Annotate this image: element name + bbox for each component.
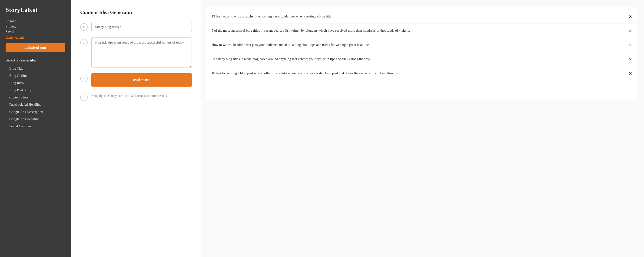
description-textarea[interactable] bbox=[91, 38, 192, 68]
inspire-button[interactable]: Inspire me! bbox=[91, 73, 192, 87]
result-text: 12 best ways to write a catchy title: wr… bbox=[212, 14, 626, 19]
sidebar-item-social-captions[interactable]: Social Captions bbox=[0, 123, 71, 130]
result-close-button[interactable]: ✕ bbox=[629, 43, 632, 48]
step-2-circle: 2. bbox=[80, 39, 88, 46]
sidebar-nav-saved[interactable]: Saved bbox=[6, 30, 65, 34]
result-close-button[interactable]: ✕ bbox=[629, 57, 632, 62]
step-3-circle: 3. bbox=[80, 75, 88, 82]
result-item: 23 catchy blog titles: a niche blog base… bbox=[206, 52, 637, 66]
sidebar-nav-top: LogoutPricingSavedManage plan bbox=[0, 19, 71, 42]
sidebar-item-blog-outline[interactable]: Blog Outline bbox=[0, 72, 71, 79]
sidebar-nav-logout[interactable]: Logout bbox=[6, 19, 65, 23]
app-logo: StoryLab.ai bbox=[0, 0, 71, 19]
sidebar: StoryLab.ai LogoutPricingSavedManage pla… bbox=[0, 0, 71, 257]
page-title: Content Idea Generator bbox=[80, 9, 192, 15]
step-4-circle: 4. bbox=[80, 94, 88, 101]
result-text: 5 of the most successful blog titles in … bbox=[212, 28, 626, 33]
sidebar-item-facebook-ad-headline[interactable]: Facebook Ad Headline bbox=[0, 101, 71, 108]
step-2-row: 2. bbox=[80, 38, 192, 68]
wait-message: Hang tight! AI may take up to 30 seconds… bbox=[91, 94, 168, 98]
result-item: How to write a headline that gets your a… bbox=[206, 38, 637, 52]
select-generator-label: Select a Generator bbox=[0, 56, 71, 65]
result-item: 10 tips for writing a blog post with a k… bbox=[206, 66, 637, 80]
result-text: How to write a headline that gets your a… bbox=[212, 42, 626, 48]
main-content: Content Idea Generator 1. 2. 3. Inspire … bbox=[71, 0, 644, 257]
result-text: 23 catchy blog titles: a niche blog base… bbox=[212, 56, 626, 62]
sidebar-item-google-ads-description[interactable]: Google Ads Description bbox=[0, 108, 71, 115]
result-close-button[interactable]: ✕ bbox=[629, 28, 632, 34]
result-item: 12 best ways to write a catchy title: wr… bbox=[206, 10, 637, 24]
left-panel: Content Idea Generator 1. 2. 3. Inspire … bbox=[71, 0, 201, 257]
result-close-button[interactable]: ✕ bbox=[629, 14, 632, 19]
sidebar-item-blog-post-story[interactable]: Blog Post Story bbox=[0, 87, 71, 94]
sidebar-item-blog-title[interactable]: Blog Title bbox=[0, 65, 71, 72]
sidebar-item-content-ideas[interactable]: Content Ideas bbox=[0, 94, 71, 101]
step-1-row: 1. bbox=[80, 22, 192, 32]
right-panel: 12 best ways to write a catchy title: wr… bbox=[201, 0, 644, 257]
result-item: 5 of the most successful blog titles in … bbox=[206, 24, 637, 38]
result-close-button[interactable]: ✕ bbox=[629, 71, 632, 76]
sidebar-nav-pricing[interactable]: Pricing bbox=[6, 25, 65, 28]
step-4-row: 4. Hang tight! AI may take up to 30 seco… bbox=[80, 92, 192, 101]
step-1-circle: 1. bbox=[80, 23, 88, 31]
step-3-row: 3. Inspire me! bbox=[80, 73, 192, 87]
result-text: 10 tips for writing a blog post with a k… bbox=[212, 71, 626, 76]
results-container: 12 best ways to write a catchy title: wr… bbox=[206, 7, 637, 100]
sidebar-item-google-ads-headline[interactable]: Google Ads Headline bbox=[0, 115, 71, 123]
keyword-input[interactable] bbox=[91, 22, 192, 32]
sidebar-nav-manage-plan[interactable]: Manage plan bbox=[6, 35, 65, 39]
generator-list: Blog TitleBlog OutlineBlog IntroBlog Pos… bbox=[0, 65, 71, 130]
sidebar-item-blog-intro[interactable]: Blog Intro bbox=[0, 79, 71, 87]
unlimited-runs-badge: unlimited runs bbox=[6, 43, 65, 52]
